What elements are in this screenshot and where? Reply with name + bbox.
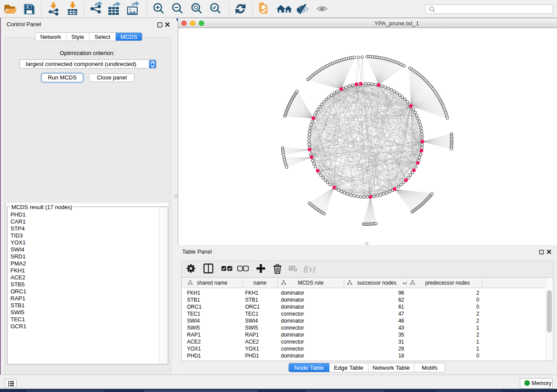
svg-text:f(x): f(x) xyxy=(304,264,315,274)
